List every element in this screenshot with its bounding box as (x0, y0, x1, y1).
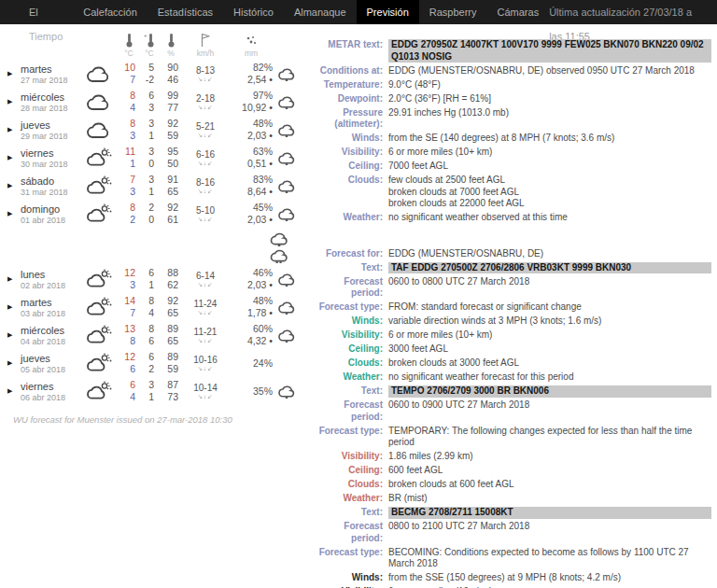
detail-row: METAR text: EDDG 270950Z 14007KT 100V170… (317, 39, 711, 63)
expand-arrow-icon[interactable]: ▶ (7, 98, 21, 105)
detail-row: Winds: from the SE (140 degrees) at 8 MP… (317, 133, 711, 145)
expand-arrow-icon[interactable]: ▶ (7, 210, 21, 217)
day-name: miércoles (21, 325, 86, 336)
day-date: 29 mar 2018 (21, 132, 86, 141)
rain-icon-cell (274, 328, 299, 343)
temp-max-value: 13 (118, 323, 135, 335)
day-name: jueves (21, 353, 86, 364)
detail-row: Forecast type: BECOMING: Conditions expe… (317, 547, 711, 570)
wind-direction-arrows-icon: ↘↓↙ (183, 309, 228, 315)
wind-cell: 6-14 ↘↓↙ (183, 272, 228, 287)
nav-item[interactable]: Previsión (357, 0, 419, 24)
forecast-row[interactable]: ▶ viernes 30 mar 2018 11 1 3 0 95 50 (7, 144, 317, 172)
humidity-min-value: 77 (159, 102, 178, 114)
expand-arrow-icon[interactable]: ▶ (7, 154, 21, 161)
wind-range: 5-21 (183, 122, 228, 132)
dewpoint-min-value: 1 (140, 186, 154, 198)
detail-label: Forecast for: (317, 248, 388, 260)
detail-row: Visibility: 6 or more miles (10+ km) (317, 329, 711, 342)
forecast-row[interactable]: ▶ viernes 06 abr 2018 6 4 3 1 87 73 (7, 377, 317, 405)
precip-probability: 24% (228, 357, 273, 370)
temp-min-value: 7 (118, 307, 135, 319)
forecast-row[interactable]: ▶ martes 27 mar 2018 10 7 5 -2 90 46 8-1… (7, 60, 317, 88)
rain-cloud-icon (277, 328, 296, 343)
dewpoint-max-value: 3 (140, 146, 154, 158)
day-cell: miércoles 28 mar 2018 (21, 91, 86, 113)
forecast-week2-rows: ▶ lunes 02 abr 2018 12 3 6 1 88 62 (7, 265, 317, 405)
detail-row: Conditions at: EDDG (MUENSTER/OSNABRU, D… (317, 65, 711, 77)
dewpoint-unit: °C (145, 49, 154, 58)
expand-arrow-icon[interactable]: ▶ (7, 182, 21, 189)
rain-icon-cell (274, 66, 299, 81)
dewpoint-values: 3 1 (140, 379, 159, 403)
expand-arrow-icon[interactable]: ▶ (7, 387, 21, 395)
precip-amount: 10,92 (242, 102, 266, 113)
dewpoint-column-header: + °C (140, 33, 159, 58)
nav-item[interactable]: El Tiempo (19, 0, 73, 24)
humidity-max-value: 92 (159, 118, 178, 130)
precip-probability: 97% (228, 90, 273, 102)
nav-item[interactable]: Calefacción (73, 0, 147, 24)
temp-max-value: 7 (118, 174, 135, 186)
precip-probability: 46% (228, 267, 273, 279)
wind-column-header: km/h (183, 33, 228, 58)
detail-row: Dewpoint: 2.0°C (36°F) [RH = 61%] (317, 93, 711, 105)
humidity-values: 92 59 (159, 118, 183, 142)
forecast-row[interactable]: ▶ domingo 01 abr 2018 8 2 2 0 92 61 (7, 200, 317, 228)
forecast-row[interactable]: ▶ miércoles 04 abr 2018 13 8 8 6 89 65 (7, 321, 317, 349)
expand-arrow-icon[interactable]: ▶ (7, 303, 21, 311)
expand-arrow-icon[interactable]: ▶ (7, 331, 21, 339)
weather-icon-cell (86, 120, 118, 139)
rain-icon-cell (274, 272, 299, 287)
detail-value: EDDG (MUENSTER/OSNABRU, DE) (388, 248, 711, 260)
forecast-row[interactable]: ▶ miércoles 28 mar 2018 8 4 6 3 99 77 2-… (7, 88, 317, 116)
precip-probability: 35% (228, 385, 273, 398)
wind-range: 8-13 (183, 66, 228, 76)
wind-direction-arrows-icon: ↘↓↙ (183, 216, 228, 222)
humidity-values: 92 61 (159, 202, 183, 226)
rain-cloud-icon (277, 206, 296, 221)
detail-row: Visibility: 1.86 miles (2.99 km) (317, 451, 711, 463)
forecast-row[interactable]: ▶ sábado 31 mar 2018 7 3 3 1 91 65 (7, 172, 317, 200)
temp-min-value: 3 (118, 130, 135, 142)
forecast-row[interactable]: ▶ jueves 29 mar 2018 8 3 3 1 92 59 5-21 … (7, 116, 317, 144)
day-date: 27 mar 2018 (21, 76, 86, 85)
sun-cloud-icon (86, 175, 112, 196)
forecast-row[interactable]: ▶ jueves 05 abr 2018 12 6 6 2 89 59 (7, 349, 317, 377)
precip-cell: 83% 8,64 • (228, 174, 274, 198)
dewpoint-max-value: 8 (140, 323, 154, 335)
nav-item[interactable]: Raspberry (419, 0, 487, 24)
day-name: sábado (21, 175, 86, 187)
wind-range: 11-21 (183, 328, 228, 337)
raindrop-dot-icon: • (269, 74, 273, 85)
humidity-values: 88 62 (159, 267, 183, 291)
expand-arrow-icon[interactable]: ▶ (7, 275, 21, 283)
expand-arrow-icon[interactable]: ▶ (7, 359, 21, 367)
wind-cell: 8-16 ↘↓↙ (183, 178, 228, 194)
detail-value: TAF EDDG 270500Z 2706/2806 VRB03KT 9999 … (388, 262, 711, 274)
detail-label: Ceiling: (317, 343, 388, 356)
humidity-max-value: 87 (159, 379, 178, 391)
temp-max-value: 8 (118, 118, 135, 130)
day-cell: jueves 05 abr 2018 (21, 353, 86, 374)
sun-cloud-icon (86, 147, 112, 168)
raindrop-dot-icon: • (269, 279, 273, 290)
humidity-min-value: 65 (159, 335, 178, 347)
nav-item[interactable]: Cámaras (487, 0, 550, 24)
nav-item[interactable]: Almanaque (284, 0, 357, 24)
humidity-max-value: 92 (159, 202, 178, 214)
detail-value: EDDG 270950Z 14007KT 100V170 9999 FEW025… (388, 39, 711, 63)
detail-value: 1.86 miles (2.99 km) (388, 451, 711, 463)
rain-cloud-icon (277, 66, 296, 81)
precip-cell: 63% 0,51 • (228, 146, 274, 170)
detail-value: 600 feet AGL (388, 465, 711, 477)
dewpoint-min-value: 1 (140, 391, 154, 403)
detail-label: Conditions at: (317, 65, 388, 77)
temp-max-value: 10 (118, 62, 135, 74)
expand-arrow-icon[interactable]: ▶ (7, 70, 21, 77)
nav-item[interactable]: Estadísticas (148, 0, 223, 24)
expand-arrow-icon[interactable]: ▶ (7, 126, 21, 133)
forecast-row[interactable]: ▶ martes 03 abr 2018 14 7 8 4 92 65 (7, 293, 317, 321)
nav-item[interactable]: Histórico (223, 0, 284, 24)
forecast-row[interactable]: ▶ lunes 02 abr 2018 12 3 6 1 88 62 (7, 265, 317, 293)
